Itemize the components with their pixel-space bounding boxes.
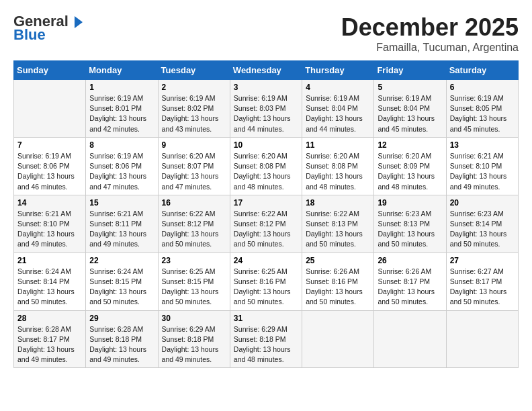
day-number: 23 [162, 256, 226, 265]
day-number: 24 [234, 256, 298, 265]
day-cell: 27Sunrise: 6:27 AMSunset: 8:17 PMDayligh… [446, 253, 518, 310]
day-info: Sunrise: 6:23 AMSunset: 8:13 PMDaylight:… [378, 209, 442, 250]
day-cell: 6Sunrise: 6:19 AMSunset: 8:05 PMDaylight… [446, 80, 518, 138]
day-cell: 5Sunrise: 6:19 AMSunset: 8:04 PMDaylight… [374, 80, 446, 138]
day-cell: 31Sunrise: 6:29 AMSunset: 8:18 PMDayligh… [230, 310, 302, 368]
logo: General Blue [13, 13, 85, 43]
day-info: Sunrise: 6:24 AMSunset: 8:14 PMDaylight:… [17, 267, 82, 308]
day-number: 27 [450, 256, 515, 265]
week-row-5: 28Sunrise: 6:28 AMSunset: 8:17 PMDayligh… [14, 310, 519, 368]
day-info: Sunrise: 6:25 AMSunset: 8:15 PMDaylight:… [162, 267, 226, 308]
day-info: Sunrise: 6:21 AMSunset: 8:10 PMDaylight:… [17, 209, 82, 250]
day-info: Sunrise: 6:28 AMSunset: 8:17 PMDaylight:… [17, 324, 82, 365]
day-number: 16 [162, 198, 226, 208]
day-number: 21 [17, 256, 82, 265]
day-number: 17 [234, 198, 298, 208]
day-cell: 24Sunrise: 6:25 AMSunset: 8:16 PMDayligh… [230, 253, 302, 310]
day-cell [14, 80, 86, 138]
day-info: Sunrise: 6:19 AMSunset: 8:04 PMDaylight:… [378, 93, 442, 134]
day-cell: 10Sunrise: 6:20 AMSunset: 8:08 PMDayligh… [230, 137, 302, 195]
day-number: 6 [450, 83, 515, 92]
day-cell: 16Sunrise: 6:22 AMSunset: 8:12 PMDayligh… [158, 195, 230, 253]
day-info: Sunrise: 6:26 AMSunset: 8:16 PMDaylight:… [306, 267, 370, 308]
day-number: 7 [17, 140, 82, 150]
day-number: 5 [378, 83, 442, 92]
header-monday: Monday [86, 61, 158, 80]
day-number: 15 [89, 198, 154, 208]
day-cell: 28Sunrise: 6:28 AMSunset: 8:17 PMDayligh… [14, 310, 86, 368]
day-cell: 11Sunrise: 6:20 AMSunset: 8:08 PMDayligh… [302, 137, 374, 195]
week-row-1: 1Sunrise: 6:19 AMSunset: 8:01 PMDaylight… [14, 80, 519, 138]
day-info: Sunrise: 6:29 AMSunset: 8:18 PMDaylight:… [234, 324, 298, 365]
month-title: December 2025 [341, 13, 519, 42]
day-number: 4 [306, 83, 370, 92]
week-row-2: 7Sunrise: 6:19 AMSunset: 8:06 PMDaylight… [14, 137, 519, 195]
day-cell: 1Sunrise: 6:19 AMSunset: 8:01 PMDaylight… [86, 80, 158, 138]
day-cell: 13Sunrise: 6:21 AMSunset: 8:10 PMDayligh… [446, 137, 518, 195]
day-info: Sunrise: 6:27 AMSunset: 8:17 PMDaylight:… [450, 267, 515, 308]
title-block: December 2025 Famailla, Tucuman, Argenti… [341, 13, 519, 54]
day-number: 9 [162, 140, 226, 150]
day-number: 18 [306, 198, 370, 208]
day-cell: 12Sunrise: 6:20 AMSunset: 8:09 PMDayligh… [374, 137, 446, 195]
day-cell: 25Sunrise: 6:26 AMSunset: 8:16 PMDayligh… [302, 253, 374, 310]
day-number: 3 [234, 83, 298, 92]
day-info: Sunrise: 6:19 AMSunset: 8:06 PMDaylight:… [17, 151, 82, 192]
day-number: 8 [89, 140, 154, 150]
day-info: Sunrise: 6:20 AMSunset: 8:08 PMDaylight:… [306, 151, 370, 192]
day-cell: 4Sunrise: 6:19 AMSunset: 8:04 PMDaylight… [302, 80, 374, 138]
day-number: 11 [306, 140, 370, 150]
day-cell: 20Sunrise: 6:23 AMSunset: 8:14 PMDayligh… [446, 195, 518, 253]
day-cell: 9Sunrise: 6:20 AMSunset: 8:07 PMDaylight… [158, 137, 230, 195]
header-thursday: Thursday [302, 61, 374, 80]
day-number: 29 [89, 314, 154, 323]
calendar-table: SundayMondayTuesdayWednesdayThursdayFrid… [13, 60, 519, 368]
day-number: 25 [306, 256, 370, 265]
day-cell: 22Sunrise: 6:24 AMSunset: 8:15 PMDayligh… [86, 253, 158, 310]
day-number: 28 [17, 314, 82, 323]
svg-marker-0 [75, 16, 83, 28]
day-number: 1 [89, 83, 154, 92]
days-header-row: SundayMondayTuesdayWednesdayThursdayFrid… [14, 61, 519, 80]
day-number: 30 [162, 314, 226, 323]
day-info: Sunrise: 6:20 AMSunset: 8:08 PMDaylight:… [234, 151, 298, 192]
day-cell: 19Sunrise: 6:23 AMSunset: 8:13 PMDayligh… [374, 195, 446, 253]
header-tuesday: Tuesday [158, 61, 230, 80]
day-number: 13 [450, 140, 515, 150]
day-cell [302, 310, 374, 368]
week-row-4: 21Sunrise: 6:24 AMSunset: 8:14 PMDayligh… [14, 253, 519, 310]
day-number: 19 [378, 198, 442, 208]
day-info: Sunrise: 6:19 AMSunset: 8:02 PMDaylight:… [162, 93, 226, 134]
header-wednesday: Wednesday [230, 61, 302, 80]
day-cell: 14Sunrise: 6:21 AMSunset: 8:10 PMDayligh… [14, 195, 86, 253]
header-sunday: Sunday [14, 61, 86, 80]
day-info: Sunrise: 6:21 AMSunset: 8:11 PMDaylight:… [89, 209, 154, 250]
day-number: 22 [89, 256, 154, 265]
header-saturday: Saturday [446, 61, 518, 80]
day-number: 31 [234, 314, 298, 323]
day-info: Sunrise: 6:23 AMSunset: 8:14 PMDaylight:… [450, 209, 515, 250]
day-number: 20 [450, 198, 515, 208]
day-info: Sunrise: 6:28 AMSunset: 8:18 PMDaylight:… [89, 324, 154, 365]
day-info: Sunrise: 6:22 AMSunset: 8:12 PMDaylight:… [234, 209, 298, 250]
day-cell: 26Sunrise: 6:26 AMSunset: 8:17 PMDayligh… [374, 253, 446, 310]
day-info: Sunrise: 6:19 AMSunset: 8:05 PMDaylight:… [450, 93, 515, 134]
day-cell: 30Sunrise: 6:29 AMSunset: 8:18 PMDayligh… [158, 310, 230, 368]
day-info: Sunrise: 6:19 AMSunset: 8:06 PMDaylight:… [89, 151, 154, 192]
day-info: Sunrise: 6:21 AMSunset: 8:10 PMDaylight:… [450, 151, 515, 192]
day-cell: 7Sunrise: 6:19 AMSunset: 8:06 PMDaylight… [14, 137, 86, 195]
day-number: 14 [17, 198, 82, 208]
week-row-3: 14Sunrise: 6:21 AMSunset: 8:10 PMDayligh… [14, 195, 519, 253]
day-info: Sunrise: 6:22 AMSunset: 8:12 PMDaylight:… [162, 209, 226, 250]
day-info: Sunrise: 6:19 AMSunset: 8:01 PMDaylight:… [89, 93, 154, 134]
day-info: Sunrise: 6:19 AMSunset: 8:03 PMDaylight:… [234, 93, 298, 134]
day-number: 10 [234, 140, 298, 150]
day-number: 12 [378, 140, 442, 150]
day-cell: 8Sunrise: 6:19 AMSunset: 8:06 PMDaylight… [86, 137, 158, 195]
day-number: 2 [162, 83, 226, 92]
day-info: Sunrise: 6:29 AMSunset: 8:18 PMDaylight:… [162, 324, 226, 365]
day-cell: 18Sunrise: 6:22 AMSunset: 8:13 PMDayligh… [302, 195, 374, 253]
header-friday: Friday [374, 61, 446, 80]
day-cell: 21Sunrise: 6:24 AMSunset: 8:14 PMDayligh… [14, 253, 86, 310]
day-cell: 3Sunrise: 6:19 AMSunset: 8:03 PMDaylight… [230, 80, 302, 138]
